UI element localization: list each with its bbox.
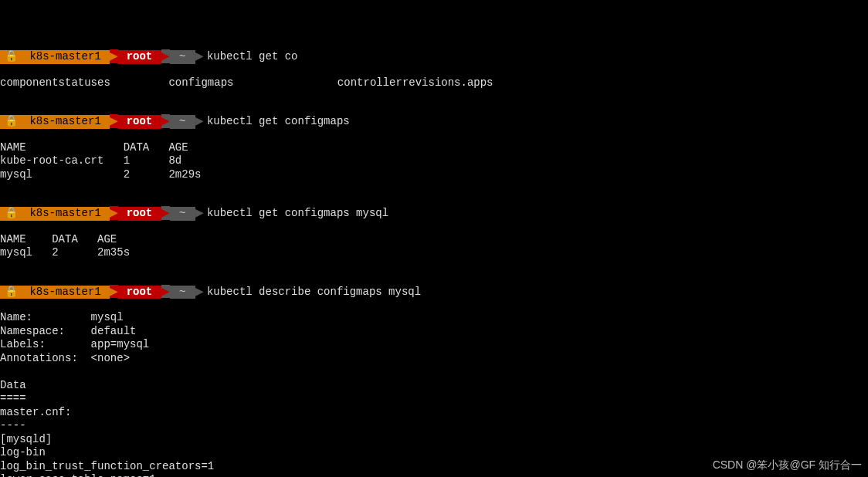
chevron-right-icon: ▶ xyxy=(110,114,118,128)
command-output: NAME DATA AGE mysql 2 2m35s xyxy=(0,233,868,260)
prompt-line-1: 🔒 k8s-master1 ▶ root ▶ ~ ▶kubectl get co xyxy=(0,49,868,64)
chevron-right-icon: ▶ xyxy=(161,114,170,128)
command-input[interactable]: kubectl get configmaps xyxy=(204,115,350,129)
command-output: Name: mysql Namespace: default Labels: a… xyxy=(0,311,868,477)
user-segment: root xyxy=(118,207,161,221)
watermark-text: CSDN @笨小孩@GF 知行合一 xyxy=(713,458,862,472)
path-segment: ~ xyxy=(170,207,195,221)
prompt-line-2: 🔒 k8s-master1 ▶ root ▶ ~ ▶kubectl get co… xyxy=(0,114,868,129)
hostname-segment: k8s-master1 xyxy=(22,207,110,221)
lock-icon: 🔒 xyxy=(0,115,22,129)
shell-prompt: 🔒 k8s-master1 ▶ root ▶ ~ ▶ xyxy=(0,49,204,64)
user-segment: root xyxy=(118,286,161,299)
shell-prompt: 🔒 k8s-master1 ▶ root ▶ ~ ▶ xyxy=(0,285,204,299)
hostname-segment: k8s-master1 xyxy=(22,115,110,129)
chevron-right-icon: ▶ xyxy=(195,285,204,299)
chevron-right-icon: ▶ xyxy=(161,49,170,63)
lock-icon: 🔒 xyxy=(0,50,22,64)
path-segment: ~ xyxy=(170,50,195,64)
chevron-right-icon: ▶ xyxy=(110,285,118,299)
chevron-right-icon: ▶ xyxy=(195,114,204,128)
chevron-right-icon: ▶ xyxy=(110,206,118,220)
user-segment: root xyxy=(118,115,161,129)
command-input[interactable]: kubectl get configmaps mysql xyxy=(204,207,388,221)
chevron-right-icon: ▶ xyxy=(161,206,170,220)
user-segment: root xyxy=(118,50,161,64)
chevron-right-icon: ▶ xyxy=(161,285,170,299)
command-output: NAME DATA AGE kube-root-ca.crt 1 8d mysq… xyxy=(0,141,868,182)
hostname-segment: k8s-master1 xyxy=(22,286,110,299)
chevron-right-icon: ▶ xyxy=(195,49,204,63)
command-input[interactable]: kubectl describe configmaps mysql xyxy=(204,286,421,299)
command-input[interactable]: kubectl get co xyxy=(204,50,298,64)
lock-icon: 🔒 xyxy=(0,286,22,299)
path-segment: ~ xyxy=(170,115,195,129)
chevron-right-icon: ▶ xyxy=(195,206,204,220)
path-segment: ~ xyxy=(170,286,195,299)
shell-prompt: 🔒 k8s-master1 ▶ root ▶ ~ ▶ xyxy=(0,114,204,129)
chevron-right-icon: ▶ xyxy=(110,49,118,63)
hostname-segment: k8s-master1 xyxy=(22,50,110,64)
lock-icon: 🔒 xyxy=(0,207,22,221)
shell-prompt: 🔒 k8s-master1 ▶ root ▶ ~ ▶ xyxy=(0,206,204,221)
prompt-line-4: 🔒 k8s-master1 ▶ root ▶ ~ ▶kubectl descri… xyxy=(0,285,868,299)
prompt-line-3: 🔒 k8s-master1 ▶ root ▶ ~ ▶kubectl get co… xyxy=(0,206,868,221)
command-output: componentstatuses configmaps controllerr… xyxy=(0,76,868,90)
